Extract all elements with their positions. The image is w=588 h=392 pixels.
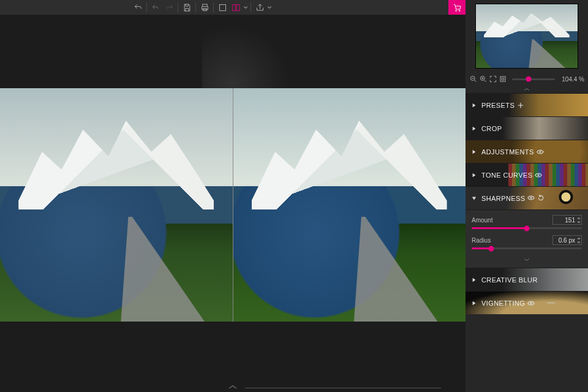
- svg-rect-1: [219, 4, 225, 10]
- svg-point-4: [455, 10, 456, 11]
- after-pane: [233, 88, 466, 322]
- eye-icon[interactable]: [527, 194, 535, 203]
- zoom-out-icon[interactable]: [469, 75, 478, 83]
- svg-point-9: [540, 151, 541, 152]
- amount-value-box[interactable]: 151: [552, 215, 582, 225]
- zoom-value: 104.4 %: [560, 76, 584, 83]
- panel-creative-blur[interactable]: CREATIVE BLUR: [466, 268, 588, 291]
- svg-rect-2: [232, 4, 235, 10]
- panel-crop[interactable]: CROP: [466, 116, 588, 140]
- zoom-slider[interactable]: [512, 78, 555, 80]
- navigator-thumbnail[interactable]: [475, 4, 578, 69]
- panel-blur-label: CREATIVE BLUR: [481, 276, 538, 284]
- radius-label: Radius: [472, 237, 491, 244]
- save-button[interactable]: [180, 1, 194, 14]
- zoom-controls: 104.4 %: [466, 72, 588, 86]
- zoom-in-icon[interactable]: [479, 75, 488, 83]
- view-compare-dropdown[interactable]: [243, 5, 249, 10]
- panel-tone-curves-label: TONE CURVES: [481, 172, 532, 179]
- canvas[interactable]: [0, 15, 466, 392]
- svg-point-10: [538, 174, 539, 175]
- editor-area: Before After: [0, 0, 466, 392]
- reset-icon[interactable]: [537, 194, 545, 203]
- undo-button[interactable]: [131, 1, 145, 14]
- view-single-button[interactable]: [216, 1, 229, 14]
- collapse-up-icon[interactable]: [466, 86, 588, 93]
- svg-point-5: [459, 10, 460, 11]
- share-dropdown[interactable]: [266, 5, 273, 10]
- accordion: PRESETS CROP ADJUSTMENTS: [466, 93, 588, 392]
- eye-icon[interactable]: [527, 300, 535, 307]
- panel-adjustments-label: ADJUSTMENTS: [481, 148, 534, 156]
- add-preset-icon[interactable]: [517, 102, 524, 109]
- resize-handle-icon[interactable]: [225, 383, 240, 391]
- radius-value: 0.6 px: [559, 237, 575, 244]
- radius-step-down[interactable]: [576, 240, 581, 244]
- amount-label: Amount: [472, 217, 492, 224]
- cart-button[interactable]: [448, 0, 466, 15]
- svg-rect-3: [236, 4, 239, 10]
- amount-value: 151: [565, 217, 575, 224]
- panel-presets-label: PRESETS: [481, 102, 514, 109]
- eye-icon[interactable]: [537, 148, 544, 156]
- svg-rect-8: [500, 77, 505, 81]
- panel-sharpness[interactable]: SHARPNESS: [466, 186, 588, 209]
- redo-forward-button[interactable]: [162, 1, 176, 14]
- svg-point-12: [530, 302, 532, 303]
- panel-adjustments[interactable]: ADJUSTMENTS: [466, 140, 588, 163]
- before-pane: [0, 88, 233, 322]
- redo-back-button[interactable]: [149, 1, 162, 14]
- amount-step-up[interactable]: [576, 216, 581, 220]
- panel-presets[interactable]: PRESETS: [466, 93, 588, 116]
- amount-step-down[interactable]: [576, 220, 581, 224]
- radius-slider[interactable]: [472, 247, 582, 249]
- right-panel: 104.4 % PRESETS CROP ADJUS: [466, 0, 588, 392]
- eye-icon[interactable]: [535, 172, 542, 179]
- radius-value-box[interactable]: 0.6 px: [552, 235, 582, 245]
- print-button[interactable]: [198, 1, 211, 14]
- panel-vignette-label: VIGNETTING: [481, 300, 525, 307]
- navigator: [466, 0, 588, 72]
- top-toolbar: [0, 0, 466, 15]
- compare-split: [0, 88, 466, 322]
- sharpness-controls: Amount 151: [466, 209, 588, 268]
- panel-tone-curves[interactable]: TONE CURVES: [466, 163, 588, 186]
- panel-sharpness-label: SHARPNESS: [481, 195, 525, 202]
- radius-step-up[interactable]: [576, 236, 581, 240]
- zoom-fit-icon[interactable]: [489, 75, 497, 83]
- zoom-100-icon[interactable]: [499, 75, 507, 83]
- panel-crop-label: CROP: [481, 125, 502, 132]
- collapse-down-icon[interactable]: [472, 255, 582, 264]
- share-button[interactable]: [253, 1, 266, 14]
- amount-slider[interactable]: [472, 227, 582, 229]
- svg-point-11: [530, 197, 532, 198]
- view-compare-button[interactable]: [229, 1, 243, 14]
- panel-vignetting[interactable]: VIGNETTING: [466, 291, 588, 314]
